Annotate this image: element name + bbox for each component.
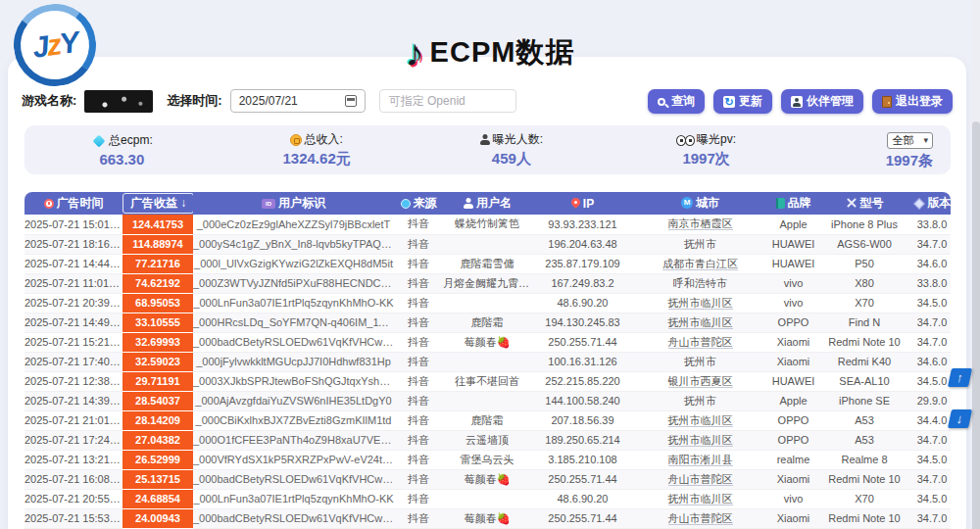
city-link[interactable]: 抚州市临川区 [668, 493, 733, 505]
openid-cell: _000HRcsLDq_SoYFM7QN-q406IM_11gkBD [193, 313, 394, 332]
city-link[interactable]: 南阳市淅川县 [668, 454, 733, 466]
table-header-row: 广告时间广告收益 ↓用户标识来源用户名IP城市品牌型号版本 [24, 192, 951, 215]
city-cell: 银川市西夏区 [634, 371, 766, 391]
table-row: 2025-07-21 14:49:2433.10555_000HRcsLDq_S… [24, 313, 951, 332]
revenue-cell: 114.88974 [122, 234, 193, 254]
openid-input[interactable] [379, 89, 516, 113]
username-cell [443, 352, 531, 371]
city-link[interactable]: 抚州市临川区 [668, 297, 733, 310]
openid-cell: _000jFylvwkkltMGUcpJJ7I0Hdhwf831Hp [193, 352, 394, 371]
username-cell [443, 293, 531, 313]
search-icon [658, 98, 665, 106]
brand-cell: Apple [766, 215, 820, 234]
scroll-to-bottom-button[interactable]: ↓ [948, 409, 972, 428]
col-header-brand: 品牌 [766, 192, 820, 215]
revenue-cell: 68.95053 [122, 293, 193, 313]
col-header-ip: IP [531, 192, 634, 215]
username-cell: 雷堡乌云头 [443, 450, 531, 469]
city-link[interactable]: 舟山市普陀区 [668, 336, 733, 349]
eyes-icon [676, 135, 695, 145]
table-row: 2025-07-21 14:44:1377.21716_000l_UlVxGzi… [24, 254, 951, 273]
scroll-to-top-button[interactable]: ↑ [948, 368, 972, 387]
col-label-time: 广告时间 [57, 195, 104, 212]
version-cell: 34.7.0 [908, 332, 951, 352]
col-label-ip: IP [583, 197, 594, 211]
city-cell: 抚州市 [634, 352, 766, 371]
model-cell: iPhone SE [820, 391, 908, 410]
stat-exposure-users: 曝光人数: 459人 [415, 131, 610, 168]
city-cell: 抚州市临川区 [634, 489, 766, 508]
ip-cell: 100.16.31.126 [531, 352, 634, 371]
stat-value: 663.30 [24, 151, 220, 168]
time-cell: 2025-07-21 18:16:41 [24, 234, 122, 254]
brand-cell: HUAWEI [766, 234, 820, 254]
model-cell: X70 [820, 293, 908, 313]
city-cell: 呼和浩特市 [634, 273, 766, 293]
revenue-cell: 28.54037 [122, 391, 193, 410]
openid-cell: _000yS4c1gZ_yBnX_In8-lqvb5kyTPAQKw [193, 234, 394, 254]
source-cell: 抖音 [394, 371, 443, 391]
city-cell: 抚州市临川区 [634, 293, 766, 313]
table-row: 2025-07-21 18:16:41114.88974_000yS4c1gZ_… [24, 234, 951, 254]
city-cell: 抚州市 [634, 391, 766, 410]
openid-cell: _000AjAvzgfdaiYuZVSW6nIHE35LtDgY0 [193, 391, 394, 410]
openid-cell: _000badCBetyRSLOEDw61VqKfVHCwbe9wv [193, 469, 394, 489]
ip-cell: 250.255.71.44 [531, 469, 634, 489]
scope-select[interactable]: 全部 ▾ [887, 132, 933, 149]
brand-cell: Xiaomi [766, 508, 820, 528]
version-cell: 34.5.0 [908, 293, 951, 313]
stat-total-income: 总收入: 1324.62元 [220, 131, 415, 168]
brand-cell: OPPO [766, 410, 820, 430]
scrollbar-thumb[interactable] [972, 121, 980, 529]
city-link[interactable]: 舟山市普陀区 [668, 512, 733, 525]
brand-cell: vivo [766, 293, 820, 313]
col-header-openid: 用户标识 [193, 192, 394, 215]
city-link[interactable]: 南京市栖霞区 [668, 217, 733, 230]
city-link[interactable]: 成都市青白江区 [662, 258, 738, 270]
city-link[interactable]: 抚州市临川区 [668, 316, 733, 329]
source-cell: 抖音 [394, 352, 443, 371]
revenue-cell: 29.71191 [122, 371, 193, 391]
query-button-label: 查询 [671, 93, 695, 110]
city-link[interactable]: 抚州市临川区 [668, 434, 733, 447]
col-header-username: 用户名 [443, 192, 531, 215]
city-link[interactable]: 抚州市临川区 [668, 414, 733, 427]
chevron-down-icon: ▾ [923, 135, 928, 145]
table-row: 2025-07-21 13:21:4726.52999_000VfRYdSX1k… [24, 450, 951, 469]
ip-cell: 252.215.85.220 [531, 371, 634, 391]
openid-cell: _000VfRYdSX1kP5RXRZPxPwV-eV24t-F4N [193, 450, 394, 469]
query-button[interactable]: 查询 [648, 89, 705, 114]
time-cell: 2025-07-21 20:39:05 [24, 293, 122, 313]
refresh-button[interactable]: 更新 [713, 89, 772, 114]
date-picker[interactable]: 2025/07/21 [230, 89, 366, 113]
diamond-icon [93, 134, 106, 147]
username-cell: 鹿階霜 [443, 410, 531, 430]
person-icon [480, 134, 491, 145]
sort-revenue-button[interactable]: 广告收益 ↓ [122, 193, 193, 214]
revenue-cell: 32.59023 [122, 352, 193, 371]
table-row: 2025-07-21 17:24:1727.04382_000O1fCFEE3P… [24, 430, 951, 450]
version-cell: 34.7.0 [908, 313, 951, 332]
logo-letter: Y [57, 25, 79, 61]
revenue-cell: 77.21716 [122, 254, 193, 273]
col-header-revenue[interactable]: 广告收益 ↓ [122, 192, 193, 215]
page-scrollbar[interactable] [972, 0, 980, 529]
city-cell: 成都市青白江区 [634, 254, 766, 273]
tools-icon [846, 197, 858, 209]
stat-total-ecpm: 总ecpm: 663.30 [24, 132, 220, 168]
partner-manage-button[interactable]: 伙伴管理 [781, 89, 863, 114]
source-cell: 抖音 [394, 469, 443, 489]
stat-value: 1997次 [609, 150, 804, 168]
bluedot-icon [401, 199, 411, 209]
city-link[interactable]: 银川市西夏区 [668, 375, 733, 388]
table-row: 2025-07-21 11:01:4874.62192_000Z3WTVyJZN… [24, 273, 951, 293]
col-header-model: 型号 [820, 192, 908, 215]
source-cell: 抖音 [394, 273, 443, 293]
calendar-icon[interactable] [345, 95, 357, 107]
logout-button[interactable]: 退出登录 [872, 89, 953, 114]
city-link[interactable]: 舟山市普陀区 [668, 473, 733, 486]
refresh-button-label: 更新 [739, 93, 762, 110]
stat-label: 曝光pv: [697, 131, 736, 148]
username-cell: 往事不堪回首 [443, 371, 531, 391]
openid-cell: _000LnFun3a07IE1rtPlq5zqynKhMhO-KK [193, 293, 394, 313]
